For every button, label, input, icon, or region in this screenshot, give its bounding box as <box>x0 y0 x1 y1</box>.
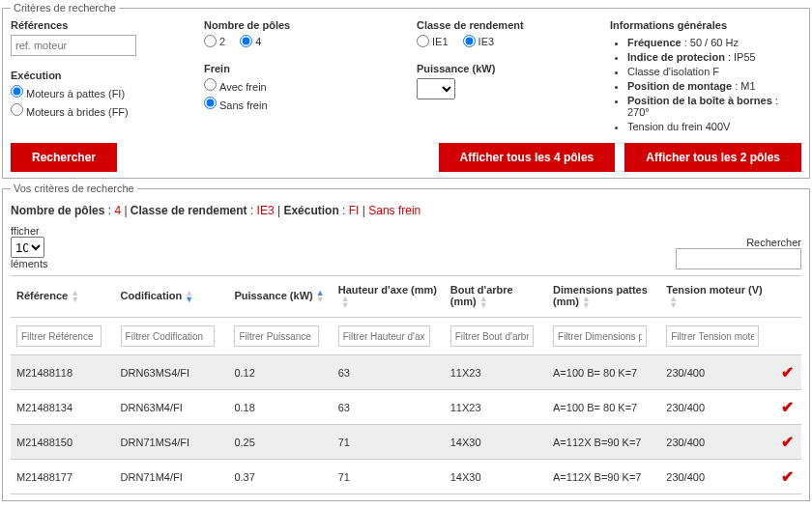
check-icon[interactable]: ✔ <box>772 425 801 460</box>
criteria-summary: Nombre de pôles : 4 | Classe de rendemen… <box>11 204 801 217</box>
criteria-fieldset: Critères de recherche Références Exécuti… <box>2 2 810 179</box>
check-icon[interactable]: ✔ <box>772 355 801 390</box>
execution-opt-pattes[interactable]: Moteurs à pattes (FI) <box>11 85 192 99</box>
your-criteria-fieldset: Vos critères de recherche Nombre de pôle… <box>2 183 810 501</box>
elements-label: léments <box>11 258 48 269</box>
filter-puissance[interactable] <box>234 325 319 347</box>
poles-opt-4[interactable]: 4 <box>240 35 261 47</box>
filter-codification[interactable] <box>121 325 215 347</box>
table-search-input[interactable] <box>676 248 801 269</box>
your-criteria-legend: Vos critères de recherche <box>11 183 137 194</box>
table-row: M21488118DRN63MS4/FI0.126311X23A=100 B= … <box>11 355 801 390</box>
criteria-legend: Critères de recherche <box>11 2 119 14</box>
classe-opt-ie1[interactable]: IE1 <box>417 35 449 47</box>
col-dimensions-header[interactable]: Dimensions pattes (mm)▲▼ <box>547 276 660 318</box>
rechercher-label: Rechercher <box>746 237 801 248</box>
col-tension-header[interactable]: Tension moteur (V)▲▼ <box>660 276 772 318</box>
poles-label: Nombre de pôles <box>204 19 417 31</box>
afficher-label: fficher <box>11 225 40 237</box>
info-list: Fréquence : 50 / 60 Hz Indice de proteci… <box>610 37 801 135</box>
filter-reference[interactable] <box>16 325 102 347</box>
show-4-poles-button[interactable]: Afficher tous les 4 pôles <box>439 143 616 172</box>
frein-label: Frein <box>204 63 417 74</box>
puissance-select[interactable] <box>417 78 455 99</box>
filter-hauteur[interactable] <box>338 325 431 347</box>
classe-label: Classe de rendement <box>417 19 610 31</box>
poles-opt-2[interactable]: 2 <box>204 35 225 47</box>
table-row: M21488177DRN71M4/FI0.377114X30A=112X B=9… <box>11 460 801 494</box>
references-input[interactable] <box>11 35 136 56</box>
info-header: Informations générales <box>610 19 801 31</box>
filter-bout[interactable] <box>450 325 535 347</box>
results-table: Référence▲▼ Codification▲▼ Puissance (kW… <box>11 275 801 494</box>
execution-label: Exécution <box>11 70 204 81</box>
frein-opt-avec[interactable]: Avec frein <box>204 78 405 93</box>
table-row: M21488150DRN71MS4/FI0.257114X30A=112X B=… <box>11 425 801 460</box>
show-2-poles-button[interactable]: Afficher tous les 2 pôles <box>624 143 801 172</box>
table-row: M21488134DRN63M4/FI0.186311X23A=100 B= 8… <box>11 390 801 425</box>
col-puissance-header[interactable]: Puissance (kW)▲▼ <box>228 276 332 318</box>
page-size-select[interactable]: 10 <box>11 237 44 258</box>
check-icon[interactable]: ✔ <box>772 460 801 494</box>
execution-opt-brides[interactable]: Moteurs à brides (FF) <box>11 103 192 118</box>
filter-tension[interactable] <box>666 325 759 347</box>
classe-opt-ie3[interactable]: IE3 <box>463 35 495 47</box>
puissance-label: Puissance (kW) <box>417 63 610 74</box>
frein-opt-sans[interactable]: Sans frein <box>204 97 405 111</box>
col-hauteur-header[interactable]: Hauteur d'axe (mm)▲▼ <box>333 276 445 318</box>
search-button[interactable]: Rechercher <box>11 143 117 172</box>
col-reference-header[interactable]: Référence▲▼ <box>11 276 115 318</box>
col-bout-header[interactable]: Bout d'arbre (mm)▲▼ <box>445 276 547 318</box>
col-codification-header[interactable]: Codification▲▼ <box>115 276 229 318</box>
check-icon[interactable]: ✔ <box>772 390 801 425</box>
references-label: Références <box>11 19 204 31</box>
filter-dimensions[interactable] <box>553 325 647 347</box>
